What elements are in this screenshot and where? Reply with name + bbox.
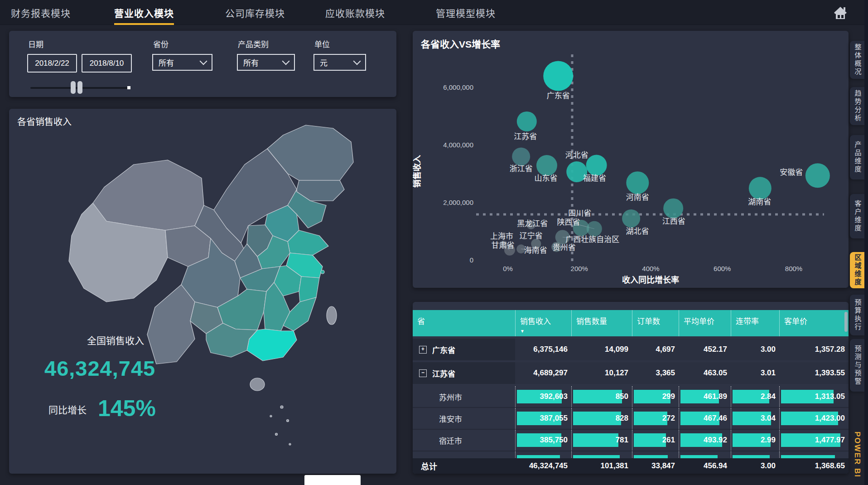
x-tick: 600% xyxy=(714,265,731,272)
table-cell: 461.89 xyxy=(679,386,731,407)
cell-value: 1,357.28 xyxy=(815,345,845,354)
scatter-bubble-6[interactable] xyxy=(586,155,607,175)
expand-icon[interactable]: + xyxy=(419,346,427,354)
row-name-cell: 淮安市 xyxy=(413,408,515,429)
cell-value: 493.92 xyxy=(704,436,727,445)
category-dropdown[interactable]: 所有 xyxy=(237,54,295,71)
scatter-bubble-1[interactable] xyxy=(543,61,573,91)
scatter-bubble-label: 辽宁省 xyxy=(520,232,543,240)
scatter-bubble-label: 湖北省 xyxy=(626,227,649,236)
province-dropdown[interactable]: 所有 xyxy=(152,54,212,71)
scatter-bubble-8[interactable] xyxy=(749,177,772,199)
scatter-bubble-9[interactable] xyxy=(805,163,830,188)
scatter-panel: 各省收入VS增长率 销售收入 收入同比增长率 0%200%400%600%800… xyxy=(413,31,849,288)
cell-value: 272 xyxy=(662,414,675,423)
nav-item-4[interactable]: 应收账款模块 xyxy=(325,6,385,19)
cell-value: 3.00 xyxy=(761,345,776,354)
cell-value: 385,750 xyxy=(540,436,568,445)
scatter-bubble-13[interactable] xyxy=(587,221,602,237)
table-row-苏州市[interactable]: 苏州市392,603850299461.892.841,313.05 xyxy=(413,386,849,407)
province-filter-label: 省份 xyxy=(153,38,169,49)
scatter-bubble-7[interactable] xyxy=(626,171,649,194)
sidebar-tab-2[interactable]: 趋势分析 xyxy=(850,87,865,125)
cell-value: 10,127 xyxy=(605,369,628,378)
province-dropdown-value: 所有 xyxy=(159,57,174,68)
table-scrollbar[interactable] xyxy=(844,312,848,332)
right-edge-strip xyxy=(864,0,868,485)
table-cell: 1,423.00 xyxy=(779,408,849,429)
scatter-bubble-label: 河南省 xyxy=(626,193,649,202)
cell-value: 4,697 xyxy=(656,345,675,354)
scatter-bubble-label: 广东省 xyxy=(547,92,570,100)
scatter-bubble-2[interactable] xyxy=(517,112,537,131)
scatter-bubble-11[interactable] xyxy=(622,209,640,228)
unit-dropdown[interactable]: 元 xyxy=(313,54,366,71)
home-icon[interactable] xyxy=(833,5,848,20)
scatter-bubble-label: 陕西省 xyxy=(557,218,580,227)
scatter-bubble-label: 甘肃省 xyxy=(491,241,514,250)
table-cell: 392,603 xyxy=(515,386,571,407)
x-tick: 800% xyxy=(785,265,802,272)
table-row-宿迁市[interactable]: 宿迁市385,750781261493.922.991,477.97 xyxy=(413,430,849,451)
sidebar-tab-6[interactable]: 预算执行 xyxy=(850,295,865,335)
sidebar-tab-7[interactable]: 预测与预警 xyxy=(850,339,865,392)
top-nav: 财务报表模块营业收入模块公司库存模块应收账款模块管理模型模块 xyxy=(0,0,868,25)
table-cell: 3.04 xyxy=(731,408,779,429)
cell-value: 3.04 xyxy=(761,414,776,423)
slider-handle-right[interactable] xyxy=(77,81,82,94)
chevron-down-icon xyxy=(282,58,290,65)
y-tick: 6,000,000 xyxy=(443,83,473,91)
nav-item-1[interactable]: 财务报表模块 xyxy=(11,6,71,19)
table-total-row: 总计46,324,745101,38133,847456.943.001,368… xyxy=(413,458,849,474)
x-tick: 400% xyxy=(642,265,659,272)
cell-value: 850 xyxy=(616,392,628,401)
scatter-bubble-10[interactable] xyxy=(663,199,683,218)
date-to-input[interactable]: 2018/8/10 xyxy=(82,54,132,73)
row-name-cell: +广东省 xyxy=(413,339,515,360)
scatter-bubble-4[interactable] xyxy=(536,155,557,176)
row-name-cell: 宿迁市 xyxy=(413,430,515,451)
sidebar-tab-1[interactable]: 整体概况 xyxy=(850,41,865,79)
row-label: 苏州市 xyxy=(439,391,462,403)
nav-item-5[interactable]: 管理模型模块 xyxy=(436,6,496,19)
cell-value: 1,393.55 xyxy=(815,369,845,378)
nav-item-3[interactable]: 公司库存模块 xyxy=(225,6,285,19)
sidebar-tab-4[interactable]: 客户维度 xyxy=(850,194,865,238)
table-row-广东省[interactable]: +广东省6,375,14614,0994,697452.173.001,357.… xyxy=(413,339,849,360)
scatter-bubble-label: 海南省 xyxy=(524,246,547,255)
nav-item-2[interactable]: 营业收入模块 xyxy=(114,6,174,25)
table-cell: 2.99 xyxy=(731,430,779,451)
scatter-bubble-label: 四川省 xyxy=(568,209,591,218)
table-row-淮安市[interactable]: 淮安市387,055828272467.463.041,423.00 xyxy=(413,408,849,429)
row-label: 广东省 xyxy=(432,344,455,355)
total-value: 1,368.65 xyxy=(779,458,849,474)
row-name-cell: 苏州市 xyxy=(413,386,515,407)
cell-value: 392,603 xyxy=(540,392,568,401)
data-bar xyxy=(634,433,666,447)
slider-handle-left[interactable] xyxy=(71,81,76,94)
sidebar-tab-3[interactable]: 产品维度 xyxy=(850,135,865,179)
table-cell: 14,099 xyxy=(571,339,632,360)
table-cell: 6,375,146 xyxy=(515,339,571,360)
scatter-bubble-label: 黑龙江省 xyxy=(517,219,548,228)
cell-value: 2.84 xyxy=(761,392,776,401)
sidebar-tab-5[interactable]: 区域维度 xyxy=(850,252,865,288)
table-cell: 828 xyxy=(571,408,632,429)
scatter-bubble-label: 江西省 xyxy=(662,217,685,226)
scatter-bubble-3[interactable] xyxy=(512,147,530,165)
table-cell: 781 xyxy=(571,430,632,451)
x-tick: 0% xyxy=(503,265,513,272)
table-cell: 4,689,297 xyxy=(515,362,571,384)
collapse-icon[interactable]: − xyxy=(419,369,427,377)
table-cell: 4,697 xyxy=(632,339,679,360)
table-cell: 2.84 xyxy=(731,386,779,407)
x-axis-title: 收入同比增长率 xyxy=(622,275,679,285)
table-row-江苏省[interactable]: −江苏省4,689,29710,1273,365463.053.011,393.… xyxy=(413,362,849,384)
yoy-growth-value: 145% xyxy=(98,395,156,422)
bottom-white-tab xyxy=(304,475,361,485)
cell-value: 299 xyxy=(662,392,675,401)
y-axis-title: 销售收入 xyxy=(413,155,422,188)
data-bar xyxy=(573,390,622,403)
cell-value: 463.05 xyxy=(704,369,727,378)
date-from-input[interactable]: 2018/2/22 xyxy=(27,54,77,73)
